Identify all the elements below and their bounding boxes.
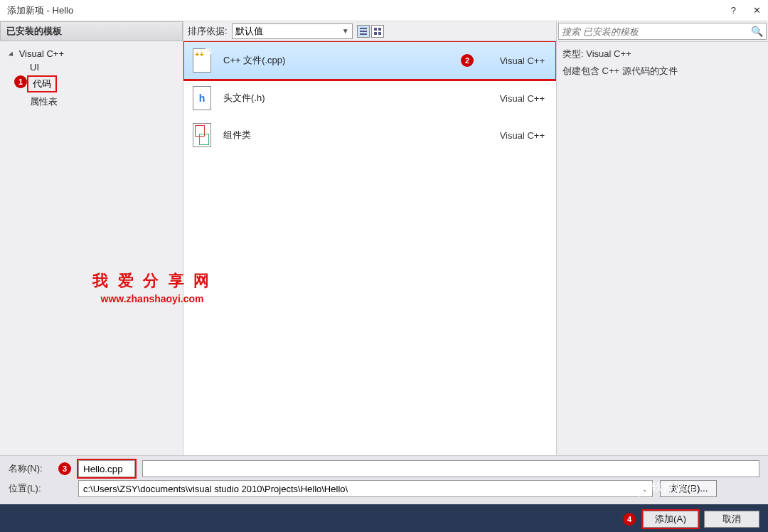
titlebar: 添加新项 - Hello ? ✕ (0, 0, 768, 21)
template-row-h[interactable]: h 头文件(.h) Visual C++ (183, 80, 556, 117)
template-name: 组件类 (223, 129, 474, 142)
tree-root-visualcpp[interactable]: Visual C++ (6, 47, 177, 60)
annotation-badge-3: 3 (58, 462, 71, 475)
view-list-icon[interactable] (357, 25, 370, 38)
search-input[interactable] (562, 26, 751, 37)
view-grid-icon[interactable] (371, 25, 384, 38)
toolbar: 排序依据: 默认值 ▼ (183, 21, 556, 41)
name-label: 名称(N): (9, 462, 51, 475)
chat-icon (631, 482, 647, 494)
search-icon: 🔍 (751, 26, 763, 37)
left-panel: 已安装的模板 Visual C++ UI 1 代码 属性表 (0, 21, 183, 455)
right-panel: 🔍 类型: Visual C++ 创建包含 C++ 源代码的文件 (557, 21, 768, 455)
component-icon (193, 123, 211, 147)
annotation-badge-4: 4 (623, 513, 636, 526)
chevron-down-icon (9, 51, 15, 58)
search-box[interactable]: 🔍 (558, 23, 767, 40)
template-list: C++ 文件(.cpp) 2 Visual C++ h 头文件(.h) Visu… (183, 41, 556, 455)
h-file-icon: h (193, 86, 211, 110)
help-button[interactable]: ? (731, 5, 736, 16)
add-button[interactable]: 添加(A) (643, 511, 698, 528)
template-details: 类型: Visual C++ 创建包含 C++ 源代码的文件 (557, 42, 768, 83)
annotation-badge-2: 2 (461, 54, 474, 67)
window-title: 添加新项 - Hello (7, 4, 731, 17)
close-button[interactable]: ✕ (753, 5, 761, 16)
type-label: 类型: (562, 48, 584, 59)
location-label: 位置(L): (9, 482, 51, 495)
template-row-cpp[interactable]: C++ 文件(.cpp) 2 Visual C++ (183, 41, 556, 80)
action-bar: 4 添加(A) 取消 (0, 504, 768, 532)
template-lang: Visual C++ (484, 55, 549, 66)
cancel-button[interactable]: 取消 (704, 511, 759, 528)
footer-brand: 软件智库 (631, 480, 697, 495)
tree-item-ui[interactable]: UI (6, 60, 177, 74)
template-lang: Visual C++ (484, 93, 549, 104)
chevron-down-icon: ▼ (342, 27, 349, 35)
sort-label: 排序依据: (188, 25, 228, 38)
template-lang: Visual C++ (484, 130, 549, 141)
center-panel: 排序依据: 默认值 ▼ C++ 文件(.cpp) 2 Visual C++ h … (183, 21, 557, 455)
name-input-highlight[interactable] (78, 460, 135, 477)
template-tree: Visual C++ UI 1 代码 属性表 (0, 44, 183, 112)
location-input[interactable]: c:\Users\ZSY\documents\visual studio 201… (78, 480, 653, 497)
tree-item-propsheet[interactable]: 属性表 (6, 94, 177, 110)
name-input[interactable] (142, 460, 759, 477)
sort-dropdown[interactable]: 默认值 ▼ (232, 23, 353, 39)
template-name: C++ 文件(.cpp) (223, 54, 451, 67)
template-row-component[interactable]: 组件类 Visual C++ (183, 117, 556, 154)
type-value: Visual C++ (586, 48, 631, 59)
annotation-badge-1: 1 (14, 75, 27, 88)
template-name: 头文件(.h) (223, 92, 474, 105)
template-description: 创建包含 C++ 源代码的文件 (562, 65, 762, 78)
installed-templates-header: 已安装的模板 (0, 21, 183, 41)
tree-item-code[interactable]: 代码 (27, 75, 57, 92)
cpp-file-icon (193, 48, 211, 73)
